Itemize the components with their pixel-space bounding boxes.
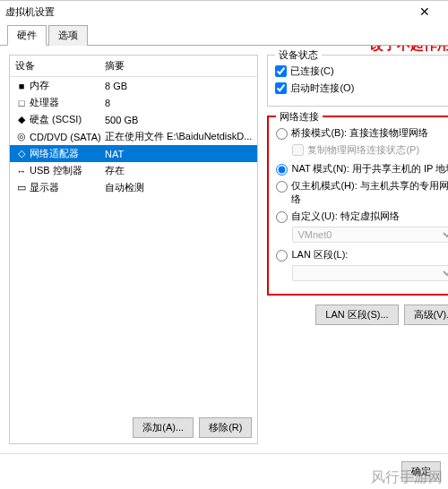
device-summary: 正在使用文件 E:\BaiduNetdiskD...	[105, 130, 252, 143]
connected-checkbox[interactable]	[275, 65, 287, 77]
device-summary: 存在	[105, 164, 252, 177]
connect-poweron-row[interactable]: 启动时连接(O)	[275, 80, 448, 97]
hostonly-label: 仅主机模式(H): 与主机共享的专用网络	[291, 179, 448, 206]
add-button[interactable]: 添加(A)...	[133, 417, 194, 438]
device-row[interactable]: ◇网络适配器NAT	[10, 145, 257, 162]
lan-row[interactable]: LAN 区段(L):	[276, 246, 448, 263]
annotation-text: 改了不起作用？	[370, 46, 448, 54]
window-title: 虚拟机设置	[5, 5, 55, 19]
replicate-label: 复制物理网络连接状态(P)	[307, 143, 419, 157]
col-summary: 摘要	[105, 59, 252, 73]
custom-combo-wrap: VMnet0	[292, 227, 448, 243]
connected-label: 已连接(C)	[290, 64, 333, 78]
replicate-checkbox	[292, 144, 304, 156]
lan-label: LAN 区段(L):	[291, 248, 348, 262]
custom-combo: VMnet0	[292, 227, 448, 243]
settings-panel: 改了不起作用？ 设备状态 已连接(C) 启动时连接(O) 网络连接	[267, 55, 448, 444]
connect-poweron-label: 启动时连接(O)	[290, 82, 354, 95]
tab-hardware[interactable]: 硬件	[7, 25, 47, 46]
titlebar: 虚拟机设置 ✕	[0, 1, 448, 22]
device-summary: 8	[105, 98, 252, 108]
device-row[interactable]: □处理器8	[10, 94, 257, 111]
nat-row[interactable]: NAT 模式(N): 用于共享主机的 IP 地址	[276, 160, 448, 177]
tabs: 硬件 选项	[0, 22, 448, 46]
device-summary: NAT	[105, 149, 252, 159]
custom-radio[interactable]	[276, 211, 288, 223]
device-icon: ◇	[15, 148, 28, 159]
device-icon: ↔	[15, 166, 28, 176]
replicate-row: 复制物理网络连接状态(P)	[292, 143, 448, 157]
tab-options[interactable]: 选项	[48, 25, 88, 46]
device-summary: 500 GB	[105, 115, 252, 125]
nat-radio[interactable]	[276, 164, 288, 176]
vm-settings-window: 虚拟机设置 ✕ 硬件 选项 设备 摘要 ■内存8 GB□处理器8◆硬盘 (SCS…	[0, 0, 448, 489]
device-name: 网络适配器	[30, 147, 105, 160]
bridged-row[interactable]: 桥接模式(B): 直接连接物理网络	[276, 124, 448, 142]
status-wrapper: 改了不起作用？ 设备状态 已连接(C) 启动时连接(O)	[267, 55, 448, 107]
hostonly-row[interactable]: 仅主机模式(H): 与主机共享的专用网络	[276, 177, 448, 208]
device-name: USB 控制器	[30, 164, 105, 177]
device-row[interactable]: ▭显示器自动检测	[10, 179, 257, 196]
connected-row[interactable]: 已连接(C)	[275, 63, 448, 80]
device-name: 处理器	[30, 96, 105, 109]
device-icon: ◎	[15, 131, 28, 142]
device-list[interactable]: ■内存8 GB□处理器8◆硬盘 (SCSI)500 GB◎CD/DVD (SAT…	[10, 77, 257, 412]
close-button[interactable]: ✕	[407, 4, 443, 19]
device-icon: ■	[15, 81, 28, 91]
device-status-title: 设备状态	[275, 48, 322, 62]
device-status-group: 设备状态 已连接(C) 启动时连接(O)	[267, 55, 448, 107]
device-row[interactable]: ↔USB 控制器存在	[10, 162, 257, 179]
remove-button[interactable]: 移除(R)	[199, 417, 252, 438]
ok-button[interactable]: 确定	[401, 461, 441, 482]
connect-poweron-checkbox[interactable]	[275, 82, 287, 94]
lan-radio[interactable]	[276, 250, 288, 262]
dialog-body: 设备 摘要 ■内存8 GB□处理器8◆硬盘 (SCSI)500 GB◎CD/DV…	[0, 46, 448, 453]
lan-combo	[292, 265, 448, 281]
advanced-button[interactable]: 高级(V)...	[404, 305, 448, 325]
device-icon: ◆	[15, 114, 28, 125]
hostonly-radio[interactable]	[276, 181, 288, 193]
device-name: CD/DVD (SATA)	[30, 132, 105, 142]
custom-row[interactable]: 自定义(U): 特定虚拟网络	[276, 208, 448, 225]
list-header: 设备 摘要	[10, 56, 257, 77]
device-name: 内存	[30, 79, 105, 92]
bridged-label: 桥接模式(B): 直接连接物理网络	[291, 126, 428, 140]
device-row[interactable]: ■内存8 GB	[10, 77, 257, 94]
lan-combo-wrap	[292, 265, 448, 281]
device-icon: ▭	[15, 182, 28, 193]
device-row[interactable]: ◎CD/DVD (SATA)正在使用文件 E:\BaiduNetdiskD...	[10, 128, 257, 145]
footer: 确定	[0, 453, 448, 489]
device-summary: 8 GB	[105, 81, 252, 91]
device-panel: 设备 摘要 ■内存8 GB□处理器8◆硬盘 (SCSI)500 GB◎CD/DV…	[9, 55, 258, 444]
custom-label: 自定义(U): 特定虚拟网络	[291, 210, 399, 223]
lan-segments-button[interactable]: LAN 区段(S)...	[315, 305, 398, 325]
device-name: 硬盘 (SCSI)	[30, 113, 105, 126]
device-row[interactable]: ◆硬盘 (SCSI)500 GB	[10, 111, 257, 128]
nat-label: NAT 模式(N): 用于共享主机的 IP 地址	[291, 162, 448, 176]
col-device: 设备	[15, 59, 105, 73]
network-connection-title: 网络连接	[276, 110, 323, 124]
device-buttons: 添加(A)... 移除(R)	[10, 412, 257, 443]
device-summary: 自动检测	[105, 181, 252, 194]
net-buttons: LAN 区段(S)... 高级(V)...	[267, 305, 448, 325]
bridged-radio[interactable]	[276, 128, 288, 140]
device-name: 显示器	[30, 181, 105, 194]
device-icon: □	[15, 98, 28, 108]
network-connection-group: 网络连接 桥接模式(B): 直接连接物理网络 复制物理网络连接状态(P) NAT…	[267, 116, 448, 296]
